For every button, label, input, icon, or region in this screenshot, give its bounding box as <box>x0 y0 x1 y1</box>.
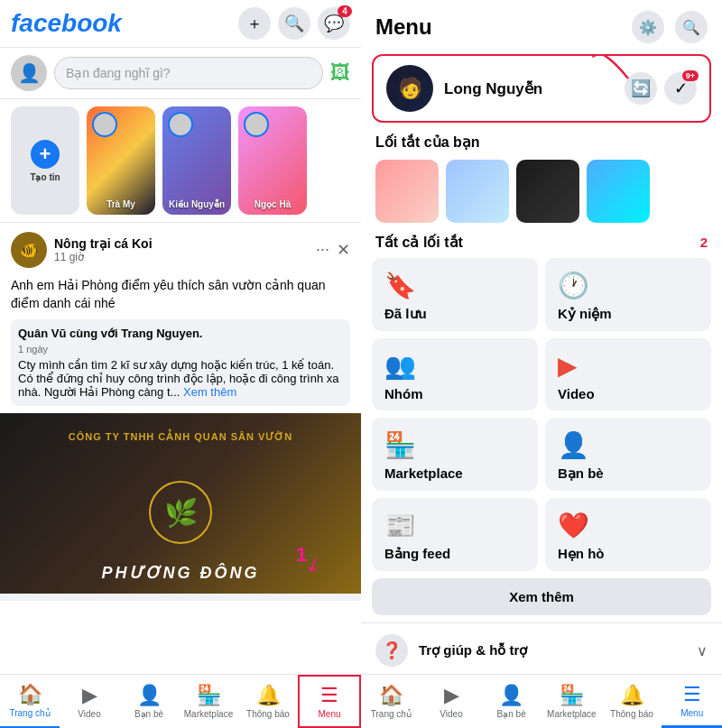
right-scroll: 🧑 Long Nguyễn 🔄 ✓ 9+ Lối tắt của bạn Tất… <box>361 54 722 728</box>
right-nav-friends[interactable]: 👤 Bạn bè <box>481 675 542 728</box>
post-image: CÔNG TY TNHH CẢNH QUAN SÂN VƯỜN 🌿 PHƯƠNG… <box>0 413 361 594</box>
left-scroll: 👤 Bạn đang nghĩ gì? 🖼 + Tạo tin Trà My <box>0 48 361 728</box>
dating-label: Hẹn hò <box>558 546 699 562</box>
story-card-3[interactable]: Ngọc Hà <box>238 106 307 215</box>
see-more-link[interactable]: Xem thêm <box>183 385 236 399</box>
story-avatar-1 <box>92 112 117 137</box>
svg-marker-0 <box>592 54 601 58</box>
friends-menu-icon: 👤 <box>558 430 699 460</box>
post-meta: Nông trại cá Koi 11 giờ <box>54 236 309 263</box>
post-card: 🐠 Nông trại cá Koi 11 giờ ··· ✕ Anh em H… <box>0 223 361 601</box>
menu-item-video[interactable]: ▶ Video <box>545 338 711 410</box>
menu-item-memories[interactable]: 🕐 Kỷ niệm <box>545 258 711 331</box>
nav-marketplace[interactable]: 🏪 Marketplace <box>179 675 238 728</box>
left-panel: facebook ＋ 🔍 💬 4 👤 Bạn đang nghĩ gì? 🖼 <box>0 0 361 728</box>
help-left: ❓ Trợ giúp & hỗ trợ <box>375 634 527 667</box>
shortcut-item-3[interactable] <box>516 160 579 223</box>
right-nav-menu[interactable]: ☰ Menu <box>662 675 722 728</box>
menu-item-dating[interactable]: ❤️ Hẹn hò <box>545 498 711 571</box>
nav-menu-label: Menu <box>318 709 340 719</box>
nav-notifications[interactable]: 🔔 Thông báo <box>238 675 298 728</box>
right-header-icons: ⚙️ 🔍 <box>632 11 708 43</box>
help-chevron: ∨ <box>697 642 708 659</box>
post-options[interactable]: ··· ✕ <box>316 240 350 260</box>
company-logo-circle: 🌿 <box>149 481 212 544</box>
story-label-1: Trà My <box>87 199 155 209</box>
menu-grid: 🔖 Đã lưu 🕐 Kỷ niệm 👥 Nhóm ▶ Video 🏪 Mark… <box>361 258 722 578</box>
left-bottom-nav: 🏠 Trang chủ ▶ Video 👤 Bạn bè 🏪 Marketpla… <box>0 674 361 728</box>
feed-label: Bảng feed <box>384 546 525 562</box>
close-icon[interactable]: ✕ <box>337 240 350 260</box>
quoted-author: Quân Vũ cùng với Trang Nguyen. <box>18 327 343 340</box>
menu-item-marketplace[interactable]: 🏪 Marketplace <box>372 418 538 491</box>
all-shortcuts-label: Tất cả lối tắt <box>375 234 463 251</box>
right-video-label: Video <box>440 709 462 719</box>
photo-icon[interactable]: 🖼 <box>330 61 350 85</box>
right-marketplace-label: Marketplace <box>547 709 596 719</box>
friends-menu-label: Bạn bè <box>558 465 699 482</box>
add-button[interactable]: ＋ <box>238 7 271 40</box>
create-story-plus: + <box>31 140 60 169</box>
nav-notifications-label: Thông báo <box>246 709 290 719</box>
search-icon: 🔍 <box>284 14 304 33</box>
settings-button[interactable]: ⚙️ <box>632 11 664 43</box>
video-icon: ▶ <box>82 684 97 707</box>
right-nav-home[interactable]: 🏠 Trang chủ <box>361 675 421 728</box>
groups-icon: 👥 <box>384 351 525 381</box>
post-quoted: Quân Vũ cùng với Trang Nguyen. 1 ngày Ct… <box>11 319 350 406</box>
messenger-button[interactable]: 💬 4 <box>318 7 350 40</box>
story-card-1[interactable]: Trà My <box>87 106 155 215</box>
shortcut-item-1[interactable] <box>375 160 439 223</box>
right-nav-notifications[interactable]: 🔔 Thông báo <box>602 675 662 728</box>
nav-friends[interactable]: 👤 Bạn bè <box>119 675 179 728</box>
plus-icon: ＋ <box>246 13 263 34</box>
help-section[interactable]: ❓ Trợ giúp & hỗ trợ ∨ <box>361 622 722 677</box>
right-search-button[interactable]: 🔍 <box>675 11 708 43</box>
left-header: facebook ＋ 🔍 💬 4 <box>0 0 361 48</box>
menu-item-groups[interactable]: 👥 Nhóm <box>372 338 538 410</box>
annotation-arrow-svg <box>583 54 637 83</box>
shortcut-item-2[interactable] <box>446 160 509 223</box>
profile-check-btn[interactable]: ✓ 9+ <box>664 72 697 105</box>
menu-item-saved[interactable]: 🔖 Đã lưu <box>372 258 538 331</box>
shortcut-item-4[interactable] <box>587 160 650 223</box>
shortcuts-label: Lối tắt của bạn <box>361 130 722 156</box>
nav-home[interactable]: 🏠 Trang chủ <box>0 675 60 728</box>
story-label-2: Kiều Nguyễn <box>162 199 231 209</box>
check-badge: 9+ <box>682 70 699 81</box>
post-input[interactable]: Bạn đang nghĩ gì? <box>54 57 323 89</box>
company-header-text: CÔNG TY TNHH CẢNH QUAN SÂN VƯỜN <box>69 431 292 443</box>
left-header-icons: ＋ 🔍 💬 4 <box>238 7 350 40</box>
right-home-label: Trang chủ <box>371 709 412 719</box>
nav-marketplace-label: Marketplace <box>184 709 233 719</box>
story-card-2[interactable]: Kiều Nguyễn <box>162 106 231 215</box>
all-shortcuts-row: Tất cả lối tắt 2 <box>361 230 722 258</box>
create-story-label: Tạo tin <box>30 172 60 182</box>
right-nav-video[interactable]: ▶ Video <box>421 675 482 728</box>
right-nav-marketplace[interactable]: 🏪 Marketplace <box>542 675 602 728</box>
groups-label: Nhóm <box>384 386 525 401</box>
stories-row: + Tạo tin Trà My Kiều Nguyễn Ngọc Hà <box>0 99 361 223</box>
video-menu-label: Video <box>558 386 699 401</box>
right-video-icon: ▶ <box>444 684 459 707</box>
help-label: Trợ giúp & hỗ trợ <box>419 642 527 659</box>
profile-section[interactable]: 🧑 Long Nguyễn 🔄 ✓ 9+ <box>372 54 711 123</box>
nav-video[interactable]: ▶ Video <box>60 675 119 728</box>
right-friends-icon: 👤 <box>499 684 523 707</box>
right-menu-label: Menu <box>680 708 703 718</box>
menu-item-friends[interactable]: 👤 Bạn bè <box>545 418 711 491</box>
see-more-button[interactable]: Xem thêm <box>372 578 711 615</box>
nav-menu[interactable]: ☰ Menu <box>298 675 361 728</box>
menu-item-feed[interactable]: 📰 Bảng feed <box>372 498 538 571</box>
help-icon: ❓ <box>375 634 408 667</box>
profile-name: Long Nguyễn <box>444 79 542 98</box>
marketplace-icon: 🏪 <box>197 684 221 707</box>
post-author-avatar: 🐠 <box>11 232 47 268</box>
post-header: 🐠 Nông trại cá Koi 11 giờ ··· ✕ <box>0 223 361 273</box>
post-placeholder: Bạn đang nghĩ gì? <box>66 66 171 80</box>
search-button[interactable]: 🔍 <box>278 7 310 40</box>
friends-icon: 👤 <box>137 684 162 707</box>
create-story-card[interactable]: + Tạo tin <box>11 106 79 215</box>
story-avatar-3 <box>244 112 269 137</box>
saved-icon: 🔖 <box>384 271 525 300</box>
